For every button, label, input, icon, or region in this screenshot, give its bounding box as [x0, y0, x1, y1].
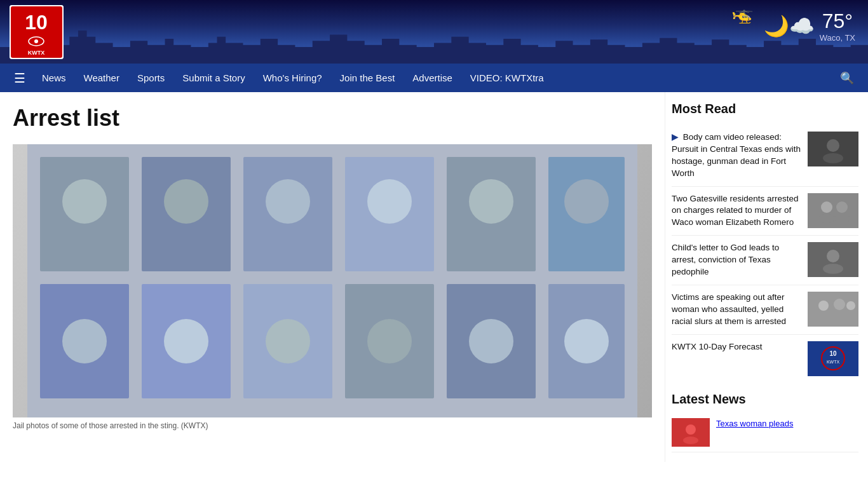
most-read-list: ▶ Body cam video released: Pursuit in Ce…: [672, 125, 858, 383]
main-navbar: ☰ News Weather Sports Submit a Story Who…: [0, 64, 868, 92]
most-read-link[interactable]: Child's letter to God leads to arrest, c…: [672, 243, 779, 276]
nav-links: News Weather Sports Submit a Story Who's…: [33, 64, 832, 92]
most-read-item: KWTX 10-Day Forecast 10 KWTX: [672, 335, 858, 383]
svg-point-29: [367, 319, 412, 363]
nav-weather[interactable]: Weather: [75, 64, 128, 92]
svg-point-42: [823, 264, 843, 274]
weather-icon: 🌙☁️: [764, 14, 815, 38]
svg-point-44: [818, 301, 829, 311]
site-logo[interactable]: 10 KWTX: [10, 5, 64, 59]
main-container: Arrest list: [0, 92, 868, 462]
most-read-thumb: [808, 193, 858, 228]
image-caption: Jail photos of some of those arrested in…: [13, 421, 652, 430]
latest-news-title: Latest News: [672, 392, 858, 407]
weather-location: Waco, TX: [820, 33, 855, 43]
svg-point-25: [564, 179, 609, 224]
most-read-link[interactable]: KWTX 10-Day Forecast: [672, 342, 763, 351]
article-image: [13, 144, 652, 417]
sidebar: Most Read ▶ Body cam video released: Pur…: [665, 92, 868, 462]
most-read-text: Child's letter to God leads to arrest, c…: [672, 242, 801, 278]
page-title: Arrest list: [13, 105, 652, 132]
svg-point-33: [827, 139, 839, 152]
skyline-silhouette: [0, 22, 868, 64]
most-read-thumb: 10 KWTX: [808, 341, 858, 376]
most-read-item: Two Gatesville residents arrested on cha…: [672, 187, 858, 236]
most-read-text: KWTX 10-Day Forecast: [672, 341, 801, 376]
weather-widget[interactable]: 🌙☁️ 75° Waco, TX: [764, 10, 855, 43]
svg-point-36: [821, 201, 832, 213]
most-read-item: Child's letter to God leads to arrest, c…: [672, 236, 858, 285]
most-read-title: Most Read: [672, 102, 858, 116]
svg-point-34: [823, 153, 843, 163]
svg-text:KWTX: KWTX: [28, 50, 45, 56]
svg-point-21: [164, 179, 208, 224]
most-read-link[interactable]: Two Gatesville residents arrested on cha…: [672, 194, 799, 227]
nav-advertise[interactable]: Advertise: [403, 64, 461, 92]
svg-text:10: 10: [25, 11, 48, 34]
nav-sports[interactable]: Sports: [128, 64, 173, 92]
latest-news-thumb: [672, 418, 710, 447]
svg-point-37: [836, 201, 848, 213]
latest-news-text: Texas woman pleads: [716, 418, 793, 447]
most-read-thumb: [808, 132, 858, 166]
nav-join-best[interactable]: Join the Best: [331, 64, 404, 92]
article-area: Arrest list: [0, 92, 665, 462]
weather-info: 75° Waco, TX: [820, 10, 855, 43]
most-read-item: Victims are speaking out after woman who…: [672, 285, 858, 335]
svg-point-20: [62, 179, 107, 224]
svg-point-30: [469, 319, 513, 363]
svg-point-39: [834, 214, 850, 223]
helicopter-decoration: 🚁: [731, 3, 754, 24]
svg-point-22: [266, 179, 310, 224]
latest-news-link[interactable]: Texas woman pleads: [716, 419, 793, 428]
play-icon: ▶: [672, 132, 679, 142]
most-read-thumb: [808, 292, 858, 327]
nav-news[interactable]: News: [33, 64, 75, 92]
most-read-text: Two Gatesville residents arrested on cha…: [672, 193, 801, 229]
hero-header: 🚁 10 KWTX 🌙☁️ 75° Waco, TX: [0, 0, 868, 64]
svg-point-24: [469, 179, 513, 224]
svg-point-6: [34, 39, 38, 43]
most-read-link[interactable]: ▶ Body cam video released: Pursuit in Ce…: [672, 132, 801, 178]
svg-point-53: [686, 424, 696, 435]
most-read-text: Victims are speaking out after woman who…: [672, 292, 801, 328]
most-read-link[interactable]: Victims are speaking out after woman who…: [672, 292, 786, 326]
most-read-item: ▶ Body cam video released: Pursuit in Ce…: [672, 125, 858, 187]
svg-point-45: [834, 299, 845, 310]
article-image-placeholder: [13, 144, 652, 417]
svg-text:10: 10: [829, 350, 837, 357]
latest-news-item: Texas woman pleads: [672, 413, 858, 452]
nav-video-kwtxtra[interactable]: VIDEO: KWTXtra: [461, 64, 553, 92]
svg-point-38: [818, 214, 835, 223]
svg-rect-35: [808, 193, 858, 228]
nav-whos-hiring[interactable]: Who's Hiring?: [254, 64, 331, 92]
svg-point-27: [164, 319, 208, 363]
svg-text:KWTX: KWTX: [827, 360, 840, 364]
svg-point-26: [62, 319, 107, 363]
weather-temperature: 75°: [822, 10, 853, 33]
svg-point-31: [564, 319, 609, 363]
svg-point-41: [827, 250, 839, 262]
most-read-thumb: [808, 242, 858, 277]
most-read-text: ▶ Body cam video released: Pursuit in Ce…: [672, 132, 801, 180]
svg-point-46: [846, 301, 855, 310]
svg-point-28: [266, 319, 310, 363]
svg-point-23: [367, 179, 412, 224]
nav-submit-story[interactable]: Submit a Story: [173, 64, 254, 92]
svg-point-54: [683, 437, 698, 444]
hamburger-menu[interactable]: ☰: [6, 71, 33, 86]
search-button[interactable]: 🔍: [832, 71, 862, 85]
